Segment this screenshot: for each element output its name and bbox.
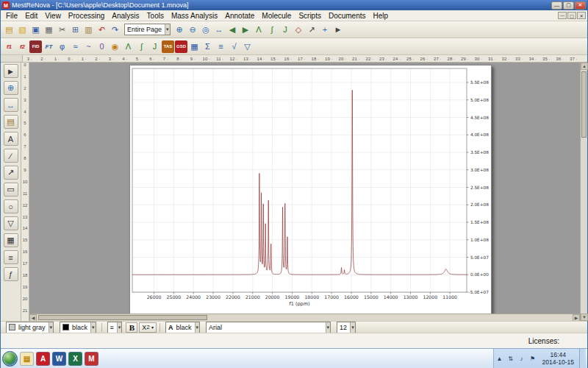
document-page[interactable]: 2600025000240002300022000210002000019000… — [129, 65, 492, 318]
fid-icon[interactable]: FID — [29, 40, 42, 53]
integrals-icon[interactable]: ∫ — [135, 40, 148, 53]
multiplet-analysis-icon[interactable]: J — [279, 24, 292, 36]
menu-processing[interactable]: Processing — [65, 12, 108, 20]
line-color-select[interactable]: black ▾ — [60, 322, 96, 333]
f1-dimension-icon[interactable]: f1 — [3, 40, 15, 53]
taskbar-clock[interactable]: 16:44 2014-10-15 — [539, 351, 577, 366]
vertical-scrollbar[interactable]: ▲ ▼ — [580, 63, 587, 321]
menu-documents[interactable]: Documents — [325, 12, 370, 20]
font-size-select[interactable]: 12 ▾ — [337, 322, 356, 333]
peak-picking-icon[interactable]: Λ — [253, 24, 265, 36]
zoom-selection-icon[interactable]: ◎ — [200, 24, 212, 36]
minimize-button[interactable]: — — [551, 1, 562, 10]
rectangle-tool-icon[interactable]: ▭ — [4, 183, 18, 197]
pan-tool-icon[interactable]: ↔ — [4, 98, 18, 112]
mdi-minimize-button[interactable]: — — [558, 12, 567, 19]
new-document-icon[interactable]: ▤ — [3, 24, 15, 36]
scroll-up-icon[interactable]: ▲ — [581, 63, 588, 70]
network-icon[interactable]: ⇅ — [506, 355, 515, 362]
undo-icon[interactable]: ↶ — [96, 24, 108, 36]
open-file-icon[interactable]: ▧ — [16, 24, 29, 36]
menu-analysis[interactable]: Analysis — [108, 12, 143, 20]
line-tool-icon[interactable]: ∕ — [4, 149, 18, 163]
menu-view[interactable]: View — [41, 12, 65, 20]
select-tool-icon[interactable]: ► — [4, 64, 18, 78]
mdi-close-button[interactable]: ✕ — [577, 12, 586, 19]
text-tool-icon[interactable]: A — [4, 132, 18, 146]
maximize-button[interactable]: ▢ — [563, 1, 574, 10]
reference-icon[interactable]: ◉ — [109, 40, 121, 53]
explorer-folder-icon[interactable]: ▤ — [20, 352, 34, 366]
menu-file[interactable]: File — [2, 12, 21, 20]
peaks-icon[interactable]: Λ — [122, 40, 135, 53]
word-icon[interactable]: W — [52, 352, 66, 366]
scroll-down-icon[interactable]: ▼ — [581, 314, 588, 321]
menu-tools[interactable]: Tools — [143, 12, 168, 20]
apodization-icon[interactable]: ~ — [82, 40, 95, 53]
zoom-out-icon[interactable]: ⊖ — [187, 24, 199, 36]
binning-icon[interactable]: ▦ — [188, 40, 201, 53]
menu-molecule[interactable]: Molecule — [258, 12, 295, 20]
molecule-icon[interactable]: ◇ — [293, 24, 305, 36]
horizontal-scrollbar[interactable]: ◀ ▶ — [29, 314, 580, 321]
mdi-restore-button[interactable]: ▢ — [567, 12, 576, 19]
tas-icon[interactable]: TAS — [162, 40, 174, 53]
menu-mass-analysis[interactable]: Mass Analysis — [168, 12, 221, 20]
phase-correction-icon[interactable]: φ — [56, 40, 68, 53]
save-icon[interactable]: ▣ — [29, 24, 42, 36]
copy-icon[interactable]: ⊞ — [69, 24, 82, 36]
volume-icon[interactable]: ♪ — [517, 355, 526, 362]
zoom-tool-icon[interactable]: ⊕ — [4, 81, 18, 95]
menu-annotate[interactable]: Annotate — [221, 12, 258, 20]
zoom-in-icon[interactable]: ⊕ — [173, 24, 186, 36]
table-tool-icon[interactable]: ▦ — [4, 233, 18, 247]
document-canvas[interactable]: 2600025000240002300022000210002000019000… — [29, 63, 580, 321]
fourier-transform-icon[interactable]: FT — [43, 40, 55, 53]
line-style-select[interactable]: ≡ ▾ — [107, 322, 123, 333]
font-color-select[interactable]: A black ▾ — [165, 322, 200, 333]
menu-scripts[interactable]: Scripts — [295, 12, 325, 20]
gsd-icon[interactable]: GSD — [175, 40, 187, 53]
action-center-icon[interactable]: ⚑ — [528, 355, 537, 362]
print-icon[interactable]: ▦ — [43, 24, 55, 36]
bold-button[interactable]: B — [126, 322, 137, 333]
mestrenova-taskbar-icon[interactable]: M — [85, 352, 98, 366]
excel-icon[interactable]: X — [68, 352, 82, 366]
integration-icon[interactable]: ∫ — [266, 24, 279, 36]
multiplets-icon[interactable]: J — [148, 40, 161, 53]
font-family-select[interactable]: Arial ▾ — [206, 322, 331, 333]
baseline-correction-icon[interactable]: ≈ — [69, 40, 82, 53]
crosshair-icon[interactable]: + — [319, 24, 331, 36]
scroll-right-icon[interactable]: ▶ — [573, 314, 580, 322]
adobe-reader-icon[interactable]: A — [36, 352, 50, 366]
f2-dimension-icon[interactable]: f2 — [16, 40, 29, 53]
show-hidden-icons-icon[interactable]: ▲ — [495, 355, 504, 362]
show-desktop-button[interactable] — [579, 349, 584, 368]
redo-icon[interactable]: ↷ — [109, 24, 121, 36]
start-button[interactable] — [2, 351, 18, 367]
subscript-button[interactable]: X2 ▾ — [139, 322, 157, 333]
zoom-level-select[interactable]: Entire Page ▾ — [124, 24, 171, 35]
ruler-tool-icon[interactable]: ≡ — [4, 250, 18, 264]
menu-edit[interactable]: Edit — [21, 12, 41, 20]
cut-icon[interactable]: ✂ — [56, 24, 68, 36]
scroll-left-icon[interactable]: ◀ — [29, 314, 37, 322]
pan-icon[interactable]: ↔ — [213, 24, 226, 36]
arrow-tool-icon[interactable]: ↗ — [4, 166, 18, 180]
alignment-icon[interactable]: ≡ — [215, 40, 227, 53]
zero-filling-icon[interactable]: 0 — [96, 40, 108, 53]
horizontal-scroll-thumb[interactable] — [38, 315, 207, 320]
ellipse-tool-icon[interactable]: ○ — [4, 199, 18, 213]
next-page-icon[interactable]: ▶ — [240, 24, 252, 36]
normalize-icon[interactable]: √ — [228, 40, 240, 53]
menu-help[interactable]: Help — [370, 12, 392, 20]
fill-color-select[interactable]: light gray ▾ — [6, 322, 54, 333]
paste-icon[interactable]: ▥ — [82, 24, 95, 36]
compress-icon[interactable]: ▽ — [241, 40, 254, 53]
polygon-tool-icon[interactable]: ▽ — [4, 216, 18, 230]
close-button[interactable]: ✕ — [575, 1, 586, 10]
arithmetic-icon[interactable]: Σ — [201, 40, 214, 53]
vertical-scroll-thumb[interactable] — [581, 71, 587, 138]
previous-page-icon[interactable]: ◀ — [226, 24, 239, 36]
annotation-arrow-icon[interactable]: ↗ — [306, 24, 318, 36]
